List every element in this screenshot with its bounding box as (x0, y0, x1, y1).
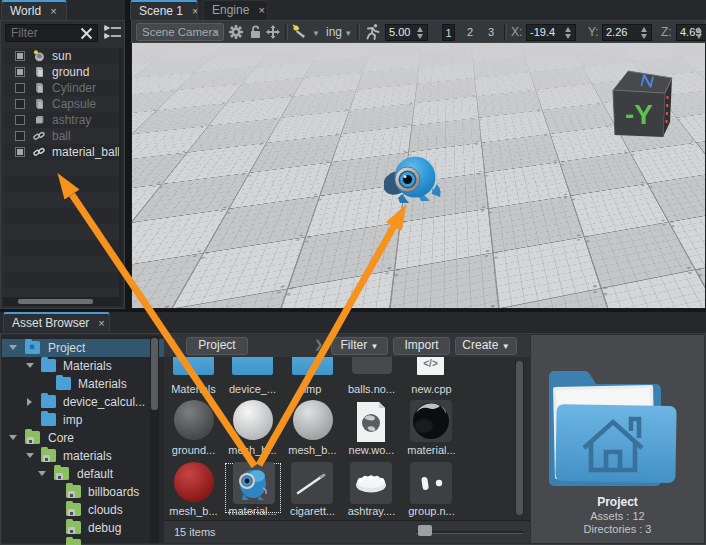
svg-text:-Y: -Y (625, 99, 653, 130)
